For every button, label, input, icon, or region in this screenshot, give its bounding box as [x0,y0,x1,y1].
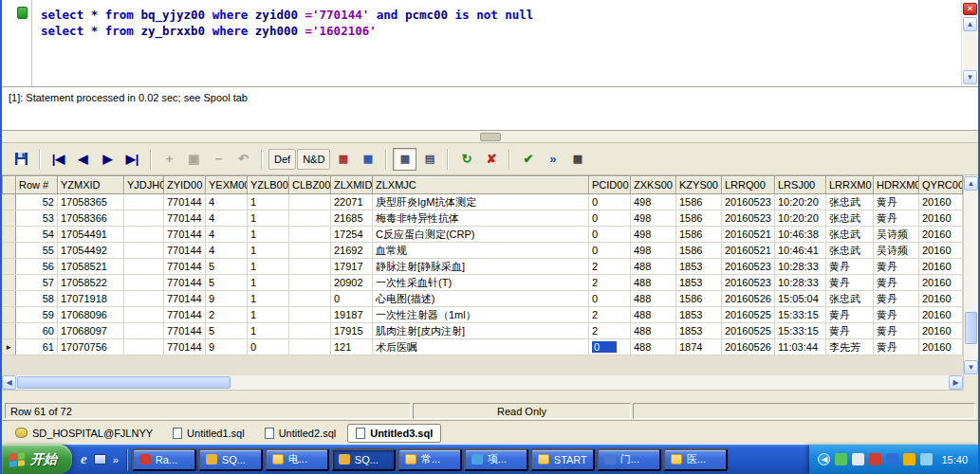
column-header-clbz00[interactable]: CLBZ00 [289,176,331,194]
taskbar-task-1[interactable]: Ra... [132,448,196,471]
grid-cell[interactable]: 2 [589,323,631,339]
grid-hscroll-thumb[interactable] [17,376,231,389]
row-indicator-cell[interactable] [3,210,16,227]
grid-cell[interactable]: 770144 [164,307,206,323]
grid-cell[interactable]: 血常规 [373,243,589,259]
grid-cell[interactable]: 黄丹 [874,323,919,339]
grid-cell[interactable]: 17917 [331,259,373,275]
grid-cell[interactable]: 15:33:15 [775,323,826,339]
tray-icon-1[interactable] [835,453,847,465]
data-grid[interactable]: Row #YZMXIDYJDJH0ZYID00YEXM00YZLB00CLBZ0… [2,175,963,356]
grid-cell[interactable] [124,307,164,323]
grid-cell[interactable]: 一次性采血针(T) [373,275,589,291]
grid-cell[interactable]: 李先芳 [826,339,874,356]
column-header-zyid00[interactable]: ZYID00 [164,176,206,194]
grid-cell[interactable]: 1 [248,243,289,259]
grid-cell[interactable]: 770144 [164,243,206,259]
grid-cell[interactable]: 17058521 [58,259,124,275]
grid-horizontal-scrollbar[interactable]: ◀ ▶ [2,375,978,391]
grid-cell[interactable]: 0 [589,339,631,356]
grid-cell[interactable]: 17068096 [58,307,124,323]
grid-cell[interactable]: 17070756 [58,339,124,356]
insert-nd-button[interactable]: ▦ [356,148,379,171]
ie-quicklaunch-icon[interactable]: e [81,452,87,466]
row-indicator-cell[interactable]: ► [3,339,16,356]
grid-cell[interactable]: 1586 [676,194,722,210]
grid-cell[interactable]: 121 [331,339,373,356]
grid-cell[interactable]: 4 [206,194,248,210]
grid-cell[interactable]: 20160 [919,259,963,275]
grid-cell[interactable] [289,243,331,259]
column-header-lrrxm0[interactable]: LRRXM0 [826,176,874,194]
show-desktop-icon[interactable] [94,454,106,465]
tab-untitled1-sql[interactable]: Untitled1.sql [164,424,253,443]
grid-cell[interactable]: 1586 [676,227,722,243]
row-indicator-cell[interactable] [3,307,16,323]
grid-cell[interactable]: 黄丹 [874,194,919,210]
grid-cell[interactable]: 0 [589,194,631,210]
grid-cell[interactable]: 1 [248,291,289,307]
grid-cell[interactable]: 17058366 [58,210,124,227]
def-button[interactable]: Def [268,149,296,170]
first-record-button[interactable]: |◀ [46,148,70,171]
grid-cell[interactable]: 56 [16,259,58,275]
grid-cell[interactable]: 10:28:33 [775,259,826,275]
grid-cell[interactable]: 2 [589,259,631,275]
grid-cell[interactable]: 一次性注射器（1ml） [373,307,589,323]
grid-cell[interactable] [124,275,164,291]
grid-cell[interactable] [124,243,164,259]
grid-cell[interactable]: 498 [631,243,676,259]
grid-cell[interactable]: 黄丹 [826,307,874,323]
grid-cell[interactable]: 17058365 [58,194,124,210]
row-indicator-cell[interactable] [3,259,16,275]
grid-cell[interactable]: 488 [631,291,676,307]
grid-cell[interactable]: 55 [16,243,58,259]
grid-cell[interactable]: 61 [16,339,58,356]
start-button[interactable]: 开始 [2,445,72,474]
grid-cell[interactable]: 1853 [676,307,722,323]
column-header-row-[interactable]: Row # [16,176,58,194]
grid-cell[interactable]: 15:33:15 [775,307,826,323]
grid-cell[interactable]: 20160523 [722,275,775,291]
grid-cell[interactable]: 张忠武 [826,243,874,259]
grid-cell[interactable] [124,339,164,356]
grid-cell[interactable]: 53 [16,210,58,227]
grid-cell[interactable]: 0 [589,291,631,307]
grid-cell[interactable]: 1 [248,227,289,243]
grid-cell[interactable]: 黄丹 [874,339,919,356]
grid-cell[interactable]: 20160525 [722,307,775,323]
grid-cell[interactable]: 1 [248,307,289,323]
grid-cell[interactable]: 黄丹 [826,323,874,339]
grid-cell[interactable]: 57 [16,275,58,291]
save-button[interactable] [9,148,33,171]
column-header-pcid00[interactable]: PCID00 [589,176,631,194]
grid-cell[interactable]: 498 [631,227,676,243]
grid-cell[interactable]: 2 [589,307,631,323]
grid-cell[interactable]: 17915 [331,323,373,339]
column-header-yexm00[interactable]: YEXM00 [206,176,248,194]
grid-cell[interactable]: 术后医嘱 [373,339,589,356]
grid-cell[interactable]: 吴诗频 [874,227,919,243]
grid-cell[interactable] [124,194,164,210]
grid-cell[interactable]: 张忠武 [826,210,874,227]
grid-cell[interactable] [289,210,331,227]
grid-cell[interactable]: 498 [631,194,676,210]
grid-cell[interactable]: 张忠武 [826,227,874,243]
scroll-up-icon[interactable]: ▲ [963,17,977,31]
column-header-lrrq00[interactable]: LRRQ00 [722,176,775,194]
grid-cell[interactable]: 黄丹 [826,275,874,291]
column-header-yzlb00[interactable]: YZLB00 [248,176,289,194]
grid-cell[interactable] [289,291,331,307]
pane-splitter[interactable] [2,131,978,143]
splitter-handle[interactable] [480,133,501,141]
grid-cell[interactable]: 20160 [919,194,963,210]
row-indicator-cell[interactable] [3,323,16,339]
grid-cell[interactable] [124,291,164,307]
taskbar-task-3[interactable]: 电... [265,448,329,471]
close-pane-icon[interactable]: × [963,3,977,15]
grid-cell[interactable]: 10:46:38 [775,227,826,243]
grid-cell[interactable] [289,339,331,356]
grid-cell[interactable]: 10:20:20 [775,194,826,210]
tray-icon-5[interactable] [903,453,915,465]
grid-scroll-up-icon[interactable]: ▲ [964,176,978,191]
